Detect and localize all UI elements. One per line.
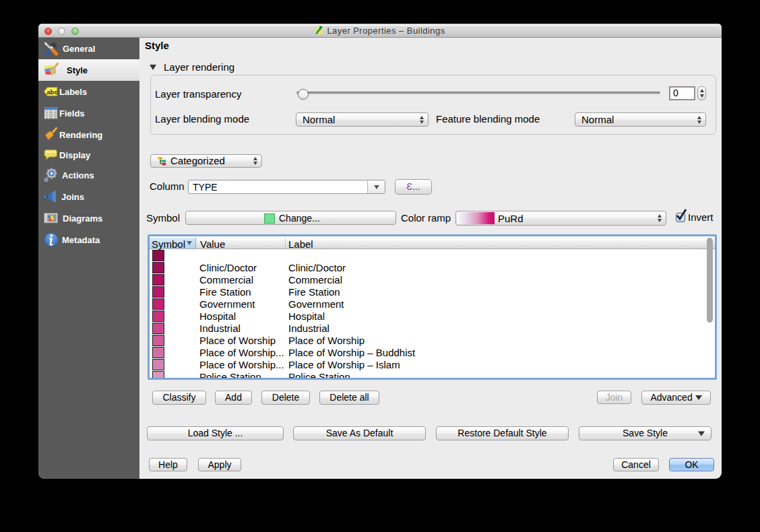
svg-text:abc: abc	[46, 88, 57, 96]
